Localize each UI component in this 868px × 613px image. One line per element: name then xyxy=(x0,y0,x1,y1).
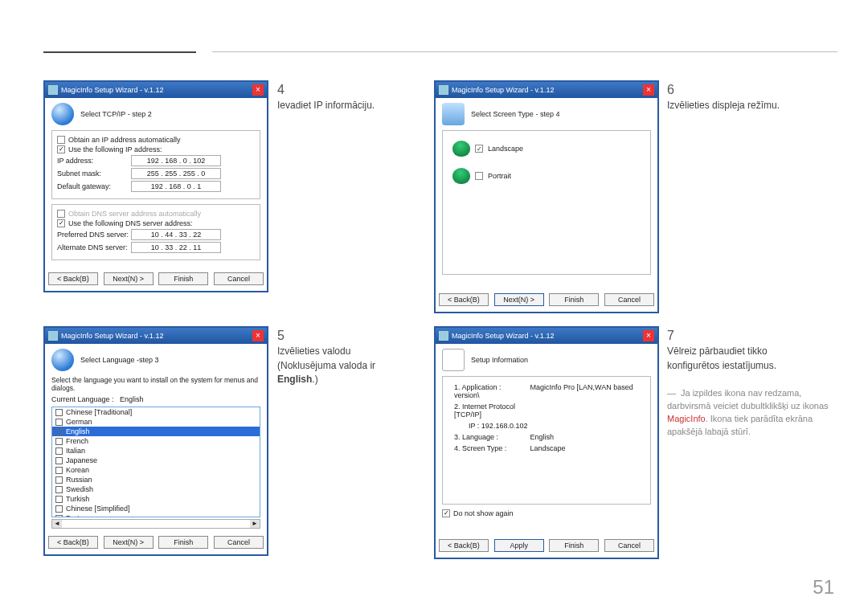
apply-button[interactable]: Apply xyxy=(494,539,544,552)
obtain-dns-auto: Obtain DNS server address automatically xyxy=(57,210,255,218)
step-heading: Select Screen Type - step 4 xyxy=(471,110,559,118)
language-item[interactable]: French xyxy=(52,436,260,446)
info-row: 2. Internet Protocol [TCP/IP] xyxy=(454,403,645,419)
language-list[interactable]: Chinese [Traditional]GermanEnglishFrench… xyxy=(51,407,260,517)
step-heading: Select Language -step 3 xyxy=(80,356,159,364)
lang-description: Select the language you want to install … xyxy=(51,376,260,392)
step-heading: Setup Information xyxy=(471,356,528,364)
footnote: ―Ja izpildes ikona nav redzama, darbvirs… xyxy=(667,387,837,439)
checkbox-icon xyxy=(55,476,63,484)
close-icon[interactable]: × xyxy=(643,84,654,96)
obtain-ip-auto[interactable]: Obtain an IP address automatically xyxy=(57,136,255,144)
window-icon xyxy=(439,331,448,341)
step-number-4: 4 xyxy=(277,80,295,99)
window-title: MagicInfo Setup Wizard - v.1.12 xyxy=(61,86,163,94)
language-item[interactable]: Italian xyxy=(52,446,260,456)
language-item[interactable]: English xyxy=(52,427,260,436)
subnet-input[interactable]: 255 . 255 . 255 . 0 xyxy=(131,168,221,179)
back-button[interactable]: < Back(B) xyxy=(439,293,489,306)
window-icon xyxy=(439,85,448,95)
info-row: 3. Language : English xyxy=(454,433,645,441)
option-landscape[interactable]: ✓ Landscape xyxy=(452,141,645,157)
horizontal-scrollbar[interactable]: ◄ ► xyxy=(51,519,260,529)
back-button[interactable]: < Back(B) xyxy=(48,272,98,285)
window-icon xyxy=(48,85,58,95)
cancel-button[interactable]: Cancel xyxy=(214,272,264,285)
scroll-left-icon[interactable]: ◄ xyxy=(52,520,62,528)
tree-icon xyxy=(452,168,470,184)
finish-button[interactable]: Finish xyxy=(158,536,208,549)
checkbox-icon xyxy=(55,457,63,464)
checkbox-icon xyxy=(55,515,63,518)
titlebar[interactable]: MagicInfo Setup Wizard - v.1.12 × xyxy=(436,82,657,98)
back-button[interactable]: < Back(B) xyxy=(48,536,98,549)
tree-icon xyxy=(452,141,470,157)
cancel-button[interactable]: Cancel xyxy=(604,293,654,306)
subnet-label: Subnet mask: xyxy=(57,170,131,178)
info-row: 1. Application : MagicInfo Pro [LAN,WAN … xyxy=(454,383,645,399)
gw-label: Default gateway: xyxy=(57,182,131,190)
wizard-window-language: MagicInfo Setup Wizard - v.1.12 × Select… xyxy=(43,326,268,556)
titlebar[interactable]: MagicInfo Setup Wizard - v.1.12 × xyxy=(45,82,267,98)
current-lang-label: Current Language : xyxy=(51,395,114,403)
checkbox-icon xyxy=(55,505,63,513)
checkbox-icon xyxy=(55,409,63,416)
window-title: MagicInfo Setup Wizard - v.1.12 xyxy=(61,332,163,340)
setup-info-box: 1. Application : MagicInfo Pro [LAN,WAN … xyxy=(442,376,651,505)
do-not-show-again[interactable]: ✓Do not show again xyxy=(442,509,651,517)
language-item[interactable]: Japanese xyxy=(52,456,260,465)
checkbox-icon xyxy=(55,467,63,474)
checkbox-icon xyxy=(55,419,63,426)
checkbox-icon xyxy=(55,447,63,455)
ip-label: IP address: xyxy=(57,157,131,165)
close-icon[interactable]: × xyxy=(252,330,264,341)
language-item[interactable]: Chinese [Traditional] xyxy=(52,407,260,417)
gw-input[interactable]: 192 . 168 . 0 . 1 xyxy=(131,181,221,192)
finish-button[interactable]: Finish xyxy=(549,539,599,552)
next-button[interactable]: Next(N) > xyxy=(494,293,544,306)
language-item[interactable]: German xyxy=(52,417,260,427)
info-row: IP : 192.168.0.102 xyxy=(469,422,645,430)
pref-dns-input[interactable]: 10 . 44 . 33 . 22 xyxy=(131,229,221,240)
language-item[interactable]: Portuguese xyxy=(52,513,260,517)
monitor-icon xyxy=(442,103,465,125)
option-portrait[interactable]: Portrait xyxy=(452,168,645,184)
close-icon[interactable]: × xyxy=(252,84,264,96)
step-text-6: Izvēlieties displeja režīmu. xyxy=(667,99,818,112)
ip-fieldset: Obtain an IP address automatically ✓Use … xyxy=(51,130,260,199)
step-number-5: 5 xyxy=(277,326,295,345)
language-item[interactable]: Swedish xyxy=(52,484,260,494)
use-following-dns[interactable]: ✓Use the following DNS server address: xyxy=(57,219,255,227)
document-icon xyxy=(442,349,465,371)
current-lang-value: English xyxy=(120,395,144,403)
checkbox-icon xyxy=(55,428,63,435)
titlebar[interactable]: MagicInfo Setup Wizard - v.1.12 × xyxy=(45,328,267,344)
pref-dns-label: Preferred DNS server: xyxy=(57,231,131,239)
use-following-ip[interactable]: ✓Use the following IP address: xyxy=(57,145,255,153)
window-title: MagicInfo Setup Wizard - v.1.12 xyxy=(452,332,554,340)
alt-dns-input[interactable]: 10 . 33 . 22 . 11 xyxy=(131,242,221,253)
finish-button[interactable]: Finish xyxy=(158,272,208,285)
language-item[interactable]: Russian xyxy=(52,475,260,484)
window-title: MagicInfo Setup Wizard - v.1.12 xyxy=(452,86,554,94)
next-button[interactable]: Next(N) > xyxy=(104,536,154,549)
alt-dns-label: Alternate DNS server: xyxy=(57,243,131,251)
ip-input[interactable]: 192 . 168 . 0 . 102 xyxy=(131,155,221,166)
cancel-button[interactable]: Cancel xyxy=(214,536,264,549)
language-item[interactable]: Korean xyxy=(52,465,260,475)
wizard-window-setupinfo: MagicInfo Setup Wizard - v.1.12 × Setup … xyxy=(434,326,659,559)
titlebar[interactable]: MagicInfo Setup Wizard - v.1.12 × xyxy=(436,328,657,344)
window-icon xyxy=(48,331,58,341)
language-item[interactable]: Chinese [Simplified] xyxy=(52,504,260,513)
finish-button[interactable]: Finish xyxy=(549,293,599,306)
checkbox-icon xyxy=(55,486,63,493)
language-item[interactable]: Turkish xyxy=(52,494,260,504)
next-button[interactable]: Next(N) > xyxy=(104,272,154,285)
back-button[interactable]: < Back(B) xyxy=(439,539,489,552)
cancel-button[interactable]: Cancel xyxy=(604,539,654,552)
close-icon[interactable]: × xyxy=(643,330,654,341)
globe-icon xyxy=(51,349,74,371)
dash-icon: ― xyxy=(667,388,676,398)
wizard-window-screentype: MagicInfo Setup Wizard - v.1.12 × Select… xyxy=(434,80,659,313)
scroll-right-icon[interactable]: ► xyxy=(250,520,260,528)
